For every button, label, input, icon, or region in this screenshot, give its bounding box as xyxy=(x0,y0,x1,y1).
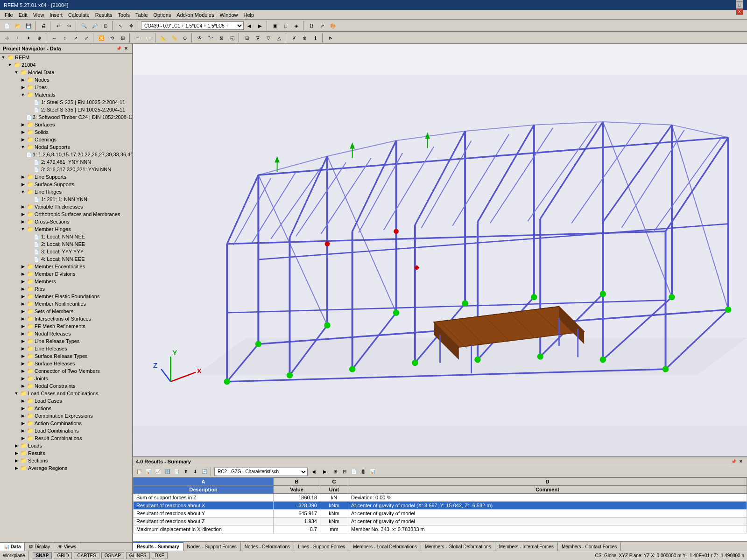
rt-4[interactable]: 🔢 xyxy=(163,468,171,476)
status-snap[interactable]: SNAP xyxy=(33,552,52,559)
tree-item[interactable]: ▶📁Sets of Members xyxy=(0,308,132,315)
tb2-10[interactable]: ⟲ xyxy=(107,33,117,43)
tree-item[interactable]: 📄3: 316,317,320,321; YYN NNN xyxy=(0,166,132,173)
tb-render[interactable]: ▣ xyxy=(270,21,280,31)
tb2-view4[interactable]: ◱ xyxy=(227,33,237,43)
result-tab-4[interactable]: Members - Local Deformations xyxy=(349,542,421,551)
tree-expand-icon[interactable] xyxy=(26,256,33,262)
rt-d[interactable]: 🗑 xyxy=(359,468,367,476)
tb-open[interactable]: 📂 xyxy=(13,21,23,31)
rt-2[interactable]: 📊 xyxy=(144,468,153,476)
menu-view[interactable]: View xyxy=(30,11,47,19)
results-pin[interactable]: 📌 xyxy=(730,458,737,465)
tree-item[interactable]: 📄2: Local; NNN NEE xyxy=(0,240,132,248)
tb-deformation[interactable]: ↗ xyxy=(317,21,327,31)
tree-expand-icon[interactable]: ▶ xyxy=(20,301,26,307)
tree-item[interactable]: ▶📁Combination Expressions xyxy=(0,412,132,420)
tb2-11[interactable]: ⊞ xyxy=(118,33,128,43)
tb-new[interactable]: 📄 xyxy=(2,21,12,31)
tree-expand-icon[interactable]: ▶ xyxy=(20,271,26,277)
tb-next[interactable]: ▶ xyxy=(255,21,265,31)
tb2-del[interactable]: 🗑 xyxy=(300,33,310,43)
menu-tools[interactable]: Tools xyxy=(115,11,133,19)
tb2-9[interactable]: 🔀 xyxy=(96,33,106,43)
tree-expand-icon[interactable]: ▶ xyxy=(20,405,26,412)
tree-item[interactable]: 📄2: 479,481; YNY NNN xyxy=(0,158,132,166)
tree-expand-icon[interactable]: ▶ xyxy=(20,129,26,135)
loadcase-combo[interactable]: CO439 - 0.9*LC1 + 1.5*LC4 + 1.5*LC5 + xyxy=(141,21,244,30)
results-row[interactable]: Sum of support forces in Z1860.18kNDevia… xyxy=(134,494,747,502)
tree-item[interactable]: ▼📁Materials xyxy=(0,91,132,98)
tree-expand-icon[interactable] xyxy=(26,248,33,255)
close-button[interactable]: ✕ xyxy=(736,8,743,15)
tree-item[interactable]: ▶📁Results xyxy=(0,449,132,457)
tree-expand-icon[interactable]: ▶ xyxy=(20,330,26,337)
tree-expand-icon[interactable]: ▶ xyxy=(13,450,20,456)
tree-item[interactable]: ▶📁Actions xyxy=(0,405,132,412)
tree-expand-icon[interactable]: ▶ xyxy=(20,84,26,91)
tree-item[interactable]: ▶📁Members xyxy=(0,278,132,285)
tree-item[interactable]: ▶📁Surface Supports xyxy=(0,181,132,188)
tree-expand-icon[interactable]: ▶ xyxy=(20,353,26,359)
tree-item[interactable]: ▶📁Member Nonlinearities xyxy=(0,300,132,308)
status-grid[interactable]: GRID xyxy=(54,552,72,559)
tb2-8[interactable]: ⤢ xyxy=(81,33,92,43)
tree-item[interactable]: ▼📁21004 xyxy=(0,61,132,69)
rt-1[interactable]: 📋 xyxy=(135,468,143,476)
tree-expand-icon[interactable]: ▼ xyxy=(7,62,13,68)
result-tab-3[interactable]: Lines - Support Forces xyxy=(294,542,349,551)
tree-item[interactable]: ▶📁Nodes xyxy=(0,76,132,84)
tree-item[interactable]: ▶📁Member Elastic Foundations xyxy=(0,293,132,300)
nav-close[interactable]: ✕ xyxy=(123,45,129,52)
tb-redo[interactable]: ↪ xyxy=(64,21,74,31)
rt-5[interactable]: 📑 xyxy=(172,468,181,476)
tree-item[interactable]: ▶📁Orthotropic Surfaces and Membranes xyxy=(0,210,132,218)
tb2-13[interactable]: ⋯ xyxy=(143,33,154,43)
tb2-4[interactable]: ⊕ xyxy=(34,33,44,43)
tb2-7[interactable]: ↗ xyxy=(70,33,81,43)
menu-file[interactable]: File xyxy=(2,11,16,19)
tree-expand-icon[interactable]: ▼ xyxy=(20,144,26,150)
tb2-view1[interactable]: 👁 xyxy=(195,33,205,43)
tree-expand-icon[interactable]: ▶ xyxy=(20,218,26,225)
tree-item[interactable]: ▶📁Action Combinations xyxy=(0,420,132,427)
tree-item[interactable]: ▶📁Member Divisions xyxy=(0,270,132,278)
tree-item[interactable]: ▶📁Load Combinations xyxy=(0,427,132,434)
nav-tab-views[interactable]: 👁 Views xyxy=(54,543,80,551)
tree-expand-icon[interactable]: ▶ xyxy=(13,465,20,471)
tree-item[interactable]: ▶📁Result Combinations xyxy=(0,434,132,442)
tree-item[interactable]: ▶📁Line Release Types xyxy=(0,337,132,345)
tree-item[interactable]: ▼📁Load Cases and Combinations xyxy=(0,390,132,397)
tree-expand-icon[interactable]: ▶ xyxy=(13,442,20,449)
tree-item[interactable]: ▶📁Loads xyxy=(0,442,132,449)
tb2-disp1[interactable]: 📐 xyxy=(158,33,169,43)
tb-select[interactable]: ↖ xyxy=(115,21,126,31)
menu-edit[interactable]: Edit xyxy=(16,11,30,19)
maximize-button[interactable]: □ xyxy=(736,2,743,8)
tb2-f3[interactable]: ▽ xyxy=(263,33,274,43)
tb-undo[interactable]: ↩ xyxy=(53,21,63,31)
tree-item[interactable]: ▶📁Intersections of Surfaces xyxy=(0,315,132,322)
menu-addon[interactable]: Add-on Modules xyxy=(174,11,217,19)
results-row[interactable]: Resultant of reactions about Z-1.934kNmA… xyxy=(134,518,747,525)
tree-item[interactable]: 📄1: Steel S 235 | EN 10025-2:2004-11 xyxy=(0,98,132,106)
status-cartes[interactable]: CARTES xyxy=(74,552,99,559)
tree-expand-icon[interactable] xyxy=(26,99,33,105)
tree-item[interactable]: ▶📁Cross-Sections xyxy=(0,218,132,225)
tree-expand-icon[interactable] xyxy=(26,159,33,165)
tree-item[interactable]: ▶📁Surface Releases xyxy=(0,360,132,367)
tb2-2[interactable]: + xyxy=(13,33,23,43)
tree-item[interactable]: ▶📁Nodal Releases xyxy=(0,330,132,337)
tree-item[interactable]: ▶📁Surface Release Types xyxy=(0,352,132,360)
tree-item[interactable]: ▶📁Average Regions xyxy=(0,464,132,472)
tree-expand-icon[interactable]: ▶ xyxy=(20,338,26,344)
tree-item[interactable]: 📄1: 1,2,6,8-10,15-17,20,22,26,27,30,33,3… xyxy=(0,151,132,158)
tree-expand-icon[interactable] xyxy=(26,233,33,240)
tb-result-values[interactable]: Ω xyxy=(306,21,317,31)
tb-color[interactable]: 🎨 xyxy=(328,21,338,31)
result-combo[interactable]: RC2 - GZG - Charakteristisch xyxy=(214,468,308,476)
tree-expand-icon[interactable] xyxy=(26,241,33,247)
tree-expand-icon[interactable]: ▶ xyxy=(20,308,26,315)
tree-item[interactable]: ▼📁Member Hinges xyxy=(0,225,132,233)
tree-expand-icon[interactable]: ▶ xyxy=(20,360,26,367)
